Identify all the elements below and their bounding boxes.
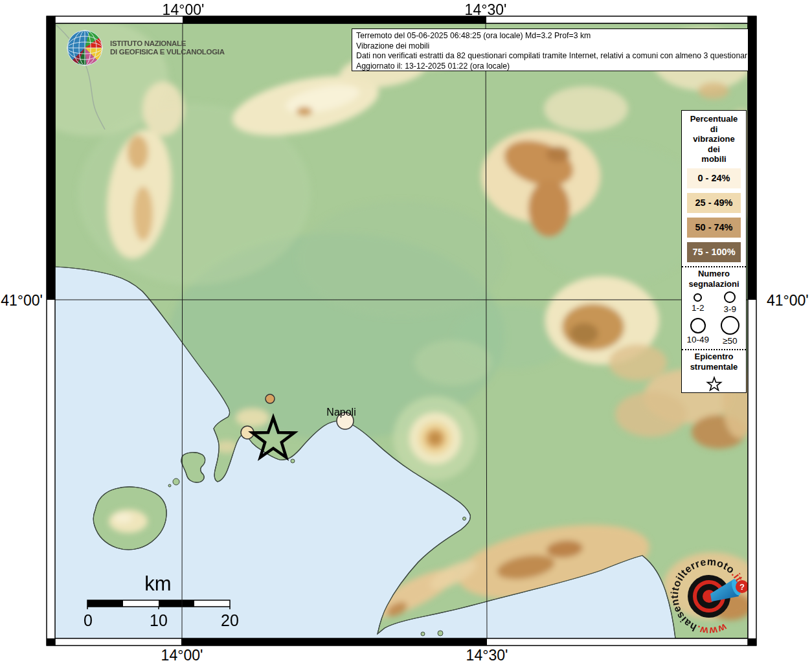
legend-epicenter-star	[682, 376, 746, 392]
count-circle-icon	[724, 291, 736, 303]
axis-label-bottom-14-30: 14°30'	[466, 647, 508, 663]
scalebar-tick-10: 10	[150, 611, 168, 630]
scalebar-tick-20: 20	[221, 611, 239, 630]
question-mark: ?	[739, 582, 745, 592]
city-label-napoli: Napoli	[326, 407, 355, 418]
legend-swatch-75-100: 75 - 100%	[687, 242, 741, 262]
legend-swatch-50-74: 50 - 74%	[687, 218, 741, 238]
count-circle-icon	[721, 316, 739, 335]
legend-count-1-2: 1-2	[682, 291, 714, 314]
legend-swatch-25-49: 25 - 49%	[687, 193, 741, 213]
scalebar-unit: km	[144, 572, 171, 596]
legend-pct-title: Percentuale di vibrazione dei mobili	[682, 111, 746, 164]
axis-label-left-41-00: 41°00'	[0, 292, 43, 309]
report-circle	[265, 394, 275, 403]
axis-label-right-41-00: 41°00'	[767, 292, 809, 309]
ingv-wordmark: ISTITUTO NAZIONALE DI GEOFISICA E VULCAN…	[110, 39, 225, 56]
legend-count-title: Numero segnalazioni	[682, 269, 746, 289]
axis-label-bottom-14-00: 14°00'	[161, 647, 203, 663]
epicenter-star-icon	[706, 376, 723, 392]
ingv-wordmark-line1: ISTITUTO NAZIONALE	[110, 39, 225, 48]
count-circle-icon	[690, 318, 706, 333]
event-updated-at: Aggiornato il: 13-12-2025 01:22 (ora loc…	[356, 62, 748, 72]
screenshot-root: ? www.haisentitoilterremoto.it 14°00' 14…	[0, 0, 812, 663]
legend-divider	[682, 266, 746, 267]
event-info-box: Terremoto del 05-06-2025 06:48:25 (ora l…	[352, 28, 749, 71]
axis-label-top-14-30: 14°30'	[465, 1, 507, 19]
ingv-logo-icon	[67, 30, 102, 65]
legend-count-10-49: 10-49	[682, 316, 714, 346]
legend-panel: Percentuale di vibrazione dei mobili 0 -…	[681, 110, 747, 393]
legend-divider	[682, 349, 746, 350]
legend-swatch-0-24: 0 - 24%	[687, 168, 741, 188]
scalebar-tick-0: 0	[84, 611, 93, 630]
legend-epicenter-title: Epicentro strumentale	[682, 352, 746, 372]
legend-count-3-9: 3-9	[714, 291, 747, 314]
event-disclaimer: Dati non verificati estratti da 82 quest…	[356, 51, 748, 62]
axis-label-top-14-00: 14°00'	[163, 1, 205, 19]
legend-count-grid: 1-2 3-9 10-49 ≥50	[682, 289, 746, 346]
event-subtitle: Vibrazione dei mobili	[356, 41, 748, 52]
count-circle-icon	[694, 293, 702, 302]
ingv-wordmark-line2: DI GEOFISICA E VULCANOLOGIA	[110, 48, 225, 56]
event-title: Terremoto del 05-06-2025 06:48:25 (ora l…	[356, 31, 748, 41]
legend-count-50plus: ≥50	[714, 316, 747, 346]
